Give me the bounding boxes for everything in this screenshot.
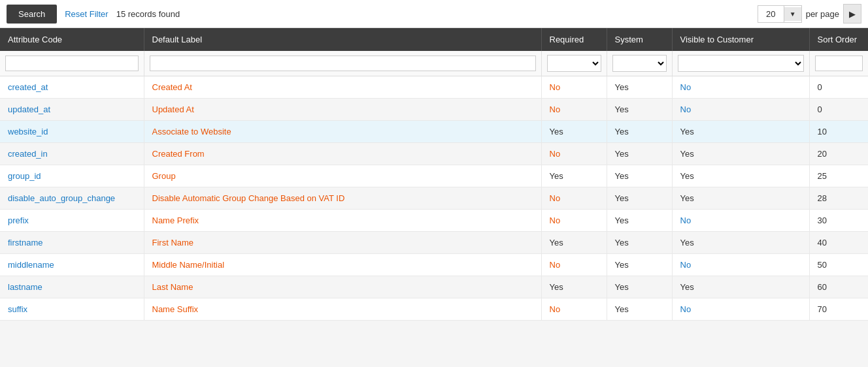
search-button[interactable]: Search (7, 5, 57, 24)
filter-select-required[interactable]: Yes No (548, 56, 601, 71)
cell-sort: 28 (809, 187, 868, 210)
cell-code: lastname (0, 276, 144, 298)
table-row: suffixName SuffixNoYesNo70 (0, 298, 868, 321)
cell-system: Yes (607, 210, 672, 232)
code-link[interactable]: firstname (8, 238, 42, 247)
cell-sort: 70 (809, 298, 868, 321)
cell-label: Middle Name/Initial (144, 254, 541, 276)
cell-sort: 50 (809, 254, 868, 276)
code-link[interactable]: suffix (8, 304, 27, 314)
next-page-button[interactable]: ▶ (843, 4, 861, 24)
table-row: website_idAssociate to WebsiteYesYesYes1… (0, 121, 868, 143)
label-link[interactable]: Created From (152, 149, 205, 159)
attribute-table: Attribute Code Default Label Required Sy… (0, 28, 868, 321)
cell-code: website_id (0, 121, 144, 143)
cell-code: suffix (0, 298, 144, 321)
cell-required: No (541, 187, 607, 210)
cell-required: No (541, 99, 607, 121)
label-link[interactable]: Disable Automatic Group Change Based on … (152, 193, 345, 203)
cell-label: Name Suffix (144, 298, 541, 321)
label-link[interactable]: Created At (152, 82, 192, 92)
filter-cell-visible: Yes No (672, 51, 809, 76)
code-link[interactable]: created_at (8, 82, 48, 92)
code-link[interactable]: disable_auto_group_change (8, 193, 115, 203)
cell-visible: No (672, 99, 809, 121)
filter-cell-system: Yes No (607, 51, 672, 76)
code-link[interactable]: group_id (8, 171, 41, 181)
per-page-dropdown-arrow[interactable]: ▼ (784, 7, 801, 21)
table-row: firstnameFirst NameYesYesYes40 (0, 232, 868, 254)
cell-sort: 20 (809, 143, 868, 165)
label-link[interactable]: First Name (152, 238, 194, 247)
cell-system: Yes (607, 187, 672, 210)
cell-visible: Yes (672, 276, 809, 298)
col-header-code: Attribute Code (0, 28, 144, 51)
cell-required: No (541, 143, 607, 165)
col-header-required: Required (541, 28, 607, 51)
filter-select-visible[interactable]: Yes No (678, 56, 803, 71)
filter-select-system[interactable]: Yes No (613, 56, 666, 71)
label-link[interactable]: Associate to Website (152, 127, 231, 136)
cell-visible: Yes (672, 143, 809, 165)
cell-visible: No (672, 76, 809, 99)
cell-label: Updated At (144, 99, 541, 121)
cell-system: Yes (607, 276, 672, 298)
filter-input-sort[interactable] (815, 56, 863, 71)
cell-visible: Yes (672, 121, 809, 143)
records-found: 15 records found (116, 9, 180, 19)
cell-required: Yes (541, 165, 607, 187)
cell-label: First Name (144, 232, 541, 254)
cell-label: Created From (144, 143, 541, 165)
filter-select-required-wrapper[interactable]: Yes No (547, 55, 601, 72)
cell-visible: No (672, 254, 809, 276)
label-link[interactable]: Name Suffix (152, 304, 199, 314)
filter-cell-code (0, 51, 144, 76)
reset-filter-button[interactable]: Reset Filter (65, 9, 108, 19)
per-page-select[interactable]: 20 ▼ (758, 5, 802, 23)
per-page-value: 20 (758, 6, 784, 22)
cell-code: created_at (0, 76, 144, 99)
filter-select-system-wrapper[interactable]: Yes No (612, 55, 667, 72)
cell-system: Yes (607, 99, 672, 121)
cell-sort: 30 (809, 210, 868, 232)
code-link[interactable]: prefix (8, 215, 29, 225)
cell-sort: 40 (809, 232, 868, 254)
cell-required: No (541, 76, 607, 99)
filter-cell-required: Yes No (541, 51, 607, 76)
label-link[interactable]: Middle Name/Initial (152, 260, 225, 270)
label-link[interactable]: Updated At (152, 104, 194, 114)
cell-sort: 25 (809, 165, 868, 187)
cell-system: Yes (607, 143, 672, 165)
code-link[interactable]: lastname (8, 282, 42, 292)
cell-visible: Yes (672, 187, 809, 210)
per-page-label: per page (806, 9, 839, 19)
cell-label: Name Prefix (144, 210, 541, 232)
label-link[interactable]: Last Name (152, 282, 193, 292)
code-link[interactable]: website_id (8, 127, 48, 136)
filter-input-label[interactable] (150, 56, 536, 71)
filter-cell-label (144, 51, 541, 76)
table-row: created_atCreated AtNoYesNo0 (0, 76, 868, 99)
code-link[interactable]: updated_at (8, 104, 50, 114)
cell-code: group_id (0, 165, 144, 187)
cell-code: disable_auto_group_change (0, 187, 144, 210)
cell-code: prefix (0, 210, 144, 232)
cell-code: updated_at (0, 99, 144, 121)
cell-label: Group (144, 165, 541, 187)
col-header-label: Default Label (144, 28, 541, 51)
code-link[interactable]: middlename (8, 260, 54, 270)
label-link[interactable]: Group (152, 171, 176, 181)
cell-system: Yes (607, 298, 672, 321)
cell-required: Yes (541, 121, 607, 143)
per-page-wrapper: 20 ▼ per page ▶ (758, 4, 861, 24)
col-header-system: System (607, 28, 672, 51)
cell-required: No (541, 298, 607, 321)
filter-select-visible-wrapper[interactable]: Yes No (678, 55, 804, 72)
code-link[interactable]: created_in (8, 149, 48, 159)
filter-input-code[interactable] (5, 56, 139, 71)
cell-system: Yes (607, 165, 672, 187)
filter-cell-sort (809, 51, 868, 76)
cell-sort: 60 (809, 276, 868, 298)
label-link[interactable]: Name Prefix (152, 215, 199, 225)
cell-system: Yes (607, 76, 672, 99)
